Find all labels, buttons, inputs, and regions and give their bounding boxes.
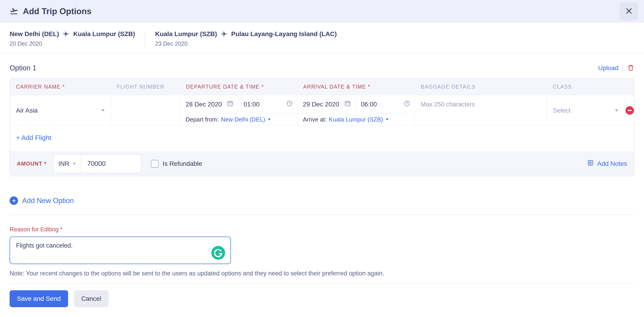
grammarly-icon[interactable] [211, 246, 225, 260]
clock-icon [286, 100, 293, 108]
carrier-select[interactable]: Air Asia [10, 95, 111, 126]
amount-label: AMOUNT * [17, 161, 46, 167]
is-refundable-toggle[interactable]: Is Refundable [151, 160, 202, 168]
refundable-checkbox [151, 160, 158, 168]
segment-from: Kuala Lumpur (SZB) [155, 30, 217, 38]
footer-buttons: Save and Send Cancel [10, 290, 634, 307]
baggage-details-input[interactable] [415, 95, 547, 113]
depart-from-value: New Delhi (DEL) [221, 116, 265, 123]
section-divider [10, 284, 634, 284]
add-flight-button[interactable]: + Add Flight [16, 134, 51, 142]
calendar-icon [344, 100, 351, 108]
segment-from: New Delhi (DEL) [10, 30, 59, 38]
reason-label: Reason for Editing * [10, 226, 634, 233]
close-icon [624, 6, 634, 16]
add-new-option-button[interactable]: Add New Option [10, 196, 74, 205]
segment-route: New Delhi (DEL) Kuala Lumpur (SZB) [10, 30, 135, 38]
remove-flight-button[interactable] [626, 106, 634, 115]
section-divider [10, 214, 634, 215]
page-title: Add Trip Options [23, 7, 92, 16]
arrival-cell: 29 Dec 2020 06:00 [297, 95, 415, 126]
trip-segments: New Delhi (DEL) Kuala Lumpur (SZB) 20 De… [0, 23, 644, 47]
add-notes-label: Add Notes [597, 160, 627, 167]
departure-time-input[interactable]: 01:00 [238, 95, 297, 113]
currency-select[interactable]: INR [53, 155, 81, 173]
calendar-icon [227, 100, 234, 108]
modal-body: Option 1 Upload CARRIER NAME * FLIGHT NU… [0, 64, 644, 307]
cancel-button[interactable]: Cancel [74, 290, 108, 307]
departure-date-value: 28 Dec 2020 [186, 101, 222, 108]
flight-number-cell [111, 95, 180, 126]
add-flight-row: + Add Flight [10, 126, 634, 151]
flight-takeoff-icon [10, 7, 18, 16]
close-button[interactable] [620, 2, 638, 20]
actions-separator [622, 64, 623, 72]
departure-time-value: 01:00 [244, 101, 260, 108]
arrival-time-value: 06:00 [361, 101, 377, 108]
section-divider [0, 53, 644, 53]
chevron-down-icon [615, 109, 618, 111]
amount-input-group: INR [53, 154, 142, 173]
segment-date: 23 Dec 2020 [155, 40, 337, 47]
modal-header: Add Trip Options [0, 0, 644, 23]
column-flight-number: FLIGHT NUMBER [111, 84, 180, 90]
arrive-at-row: Arrive at: Kuala Lumpur (SZB) [297, 113, 414, 125]
trash-icon [627, 64, 634, 72]
arrive-at-select[interactable]: Kuala Lumpur (SZB) [329, 116, 388, 123]
class-select[interactable]: Select [547, 95, 625, 126]
flights-table-header: CARRIER NAME * FLIGHT NUMBER DEPARTURE D… [10, 79, 634, 95]
amount-input[interactable] [81, 155, 141, 173]
add-notes-button[interactable]: Add Notes [587, 159, 627, 168]
arrival-date-input[interactable]: 29 Dec 2020 [297, 95, 355, 113]
flight-number-input[interactable] [111, 95, 180, 126]
column-baggage: BAGGAGE DETAILS [415, 84, 547, 90]
arrival-date-value: 29 Dec 2020 [303, 101, 339, 108]
column-class: CLASS [547, 84, 625, 90]
reason-textarea-wrap: Flights got canceled. [10, 237, 231, 264]
option-title: Option 1 [10, 64, 36, 72]
chevron-down-icon [268, 119, 270, 120]
remove-flight-cell [625, 95, 634, 126]
chevron-down-icon [386, 119, 388, 120]
trip-segment-1: New Delhi (DEL) Kuala Lumpur (SZB) 20 De… [10, 30, 135, 47]
plane-arrow-icon [221, 31, 227, 37]
flight-row: Air Asia 28 Dec 2020 [10, 95, 634, 126]
column-carrier-name: CARRIER NAME * [10, 84, 111, 90]
upload-button[interactable]: Upload [598, 64, 618, 72]
arrive-at-value: Kuala Lumpur (SZB) [329, 116, 383, 123]
option-card-footer: AMOUNT * INR Is Refundable Add [10, 151, 634, 176]
clock-icon [404, 100, 410, 108]
title-wrap: Add Trip Options [10, 7, 92, 16]
reason-textarea[interactable]: Flights got canceled. [10, 237, 230, 264]
depart-from-select[interactable]: New Delhi (DEL) [221, 116, 271, 123]
notes-icon [587, 159, 594, 168]
arrival-time-input[interactable]: 06:00 [355, 95, 414, 113]
currency-value: INR [58, 160, 69, 167]
note-text: Note: Your recent changes to the options… [10, 270, 634, 277]
column-departure: DEPARTURE DATE & TIME * [180, 84, 297, 90]
departure-cell: 28 Dec 2020 01:00 [180, 95, 297, 126]
depart-from-row: Depart from: New Delhi (DEL) [180, 113, 297, 125]
delete-option-button[interactable] [627, 64, 634, 72]
segment-to: Kuala Lumpur (SZB) [73, 30, 135, 38]
segment-to: Pulau Layang-Layang Island (LAC) [231, 30, 337, 38]
trip-segment-2: Kuala Lumpur (SZB) Pulau Layang-Layang I… [155, 30, 337, 47]
segment-date: 20 Dec 2020 [10, 40, 135, 47]
chevron-down-icon [102, 109, 105, 111]
segment-divider [145, 31, 145, 47]
depart-from-label: Depart from: [186, 116, 219, 123]
flights-table-body: Air Asia 28 Dec 2020 [10, 95, 634, 151]
carrier-value: Air Asia [16, 107, 38, 114]
option-header: Option 1 Upload [10, 64, 634, 72]
save-and-send-button[interactable]: Save and Send [10, 290, 68, 307]
chevron-down-icon [73, 163, 76, 165]
departure-date-input[interactable]: 28 Dec 2020 [180, 95, 238, 113]
plus-circle-icon [10, 196, 18, 205]
option-actions: Upload [598, 64, 634, 72]
class-placeholder: Select [553, 107, 571, 114]
segment-route: Kuala Lumpur (SZB) Pulau Layang-Layang I… [155, 30, 337, 38]
option-card: CARRIER NAME * FLIGHT NUMBER DEPARTURE D… [10, 78, 634, 176]
refundable-label: Is Refundable [163, 160, 202, 167]
add-trip-options-modal: Add Trip Options New Delhi (DEL) Kuala L… [0, 0, 644, 317]
column-arrival: ARRIVAL DATE & TIME * [297, 84, 415, 90]
